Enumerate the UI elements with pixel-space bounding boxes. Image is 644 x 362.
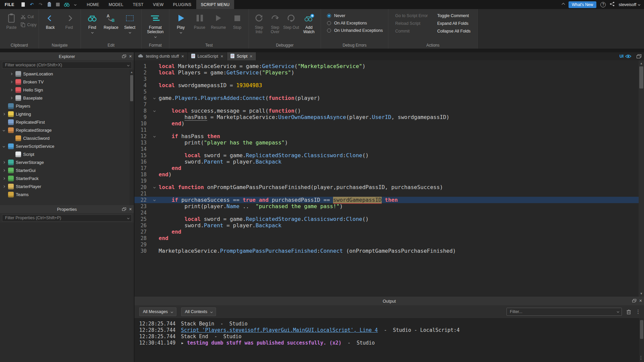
close-panel-icon[interactable]: × — [129, 54, 132, 59]
code-line-1[interactable]: 1local MarketplaceService = game:GetServ… — [135, 63, 644, 69]
select-dropdown-icon[interactable] — [128, 31, 131, 34]
clear-output-icon[interactable] — [627, 309, 631, 314]
explorer-item-replicatedfirst[interactable]: ReplicatedFirst — [0, 118, 134, 126]
code-line-8[interactable]: 8 local success,message = pcall(function… — [135, 108, 644, 114]
properties-filter-input[interactable] — [2, 215, 132, 222]
explorer-item-startergui[interactable]: StarterGui — [0, 166, 134, 174]
explorer-filter-input[interactable] — [2, 62, 132, 69]
code-line-24[interactable]: 24 — [135, 209, 644, 216]
output-log-line[interactable]: 12:30:41.149▸ testing dumb stuff was pub… — [139, 340, 644, 346]
user-menu[interactable]: steveisoff — [619, 2, 640, 7]
split-window-icon[interactable] — [637, 54, 641, 58]
code-line-9[interactable]: 9 hasPass = MarketplaceService:UserOwnGa… — [135, 114, 644, 120]
share-icon[interactable] — [610, 2, 614, 7]
output-corner-menu-icon[interactable]: ⋮ — [639, 355, 643, 360]
fold-arrow-icon[interactable] — [150, 110, 159, 112]
float-panel-icon[interactable] — [632, 299, 636, 302]
code-line-5[interactable]: 5 — [135, 88, 644, 95]
whats-new-button[interactable]: What's New — [569, 1, 597, 8]
expand-arrow-icon[interactable] — [9, 89, 13, 91]
ui-visibility-toggle[interactable]: UI — [620, 54, 631, 59]
explorer-scrollbar[interactable]: ▲ — [129, 70, 134, 205]
menu-tab-test[interactable]: TEST — [128, 0, 148, 9]
copy-button[interactable]: Copy — [21, 22, 37, 27]
find-quick-icon[interactable] — [63, 0, 71, 9]
action-toggle-comment[interactable]: Toggle Comment — [437, 13, 471, 18]
radio-icon[interactable] — [327, 14, 331, 18]
step-into-button[interactable]: Step Into — [251, 9, 267, 34]
code-line-18[interactable]: 18end) — [135, 171, 644, 178]
explorer-item-starterpack[interactable]: StarterPack — [0, 174, 134, 182]
code-line-11[interactable]: 11 — [135, 127, 644, 133]
action-go-to-script-error[interactable]: Go to Script Error — [395, 13, 428, 18]
explorer-item-serverstorage[interactable]: ServerStorage — [0, 158, 134, 166]
play-dropdown-icon[interactable] — [179, 31, 182, 34]
explorer-item-serverscriptservice[interactable]: ServerScriptService — [0, 142, 134, 150]
output-scrollbar[interactable]: ⋮ — [639, 318, 644, 362]
find-button[interactable]: Find — [83, 9, 102, 33]
messages-filter-dropdown[interactable]: All Messages — [139, 307, 176, 316]
scroll-up-icon[interactable]: ▲ — [639, 60, 644, 65]
menu-tab-model[interactable]: MODEL — [104, 0, 128, 9]
close-tab-icon[interactable]: × — [250, 54, 253, 59]
expand-arrow-icon[interactable] — [1, 170, 6, 171]
paste-quick-icon[interactable] — [45, 0, 53, 9]
editor-tab-script[interactable]: Script× — [227, 52, 256, 60]
code-line-3[interactable]: 3 — [135, 76, 644, 82]
code-line-16[interactable]: 16 sword.Parent = player.Backpack — [135, 159, 644, 165]
code-line-21[interactable]: 21 — [135, 190, 644, 197]
float-panel-icon[interactable] — [122, 207, 126, 211]
output-log-line[interactable]: 12:28:25.744Script 'Players.steveisoff.P… — [139, 327, 644, 334]
code-line-25[interactable]: 25 local sword = game.ReplicatedStorage.… — [135, 216, 644, 222]
close-panel-icon[interactable]: × — [129, 207, 132, 212]
log-script-link[interactable]: Script 'Players.steveisoff.PlayerGui.Mai… — [181, 327, 378, 333]
code-line-17[interactable]: 17 end — [135, 165, 644, 171]
pause-button[interactable]: Pause — [190, 9, 209, 30]
collapse-ribbon-icon[interactable] — [561, 3, 565, 6]
scroll-up-icon[interactable]: ▲ — [129, 70, 134, 74]
undo-icon[interactable]: ↶ — [28, 0, 36, 9]
output-log-line[interactable]: 12:28:25.744Stack Begin - Studio — [139, 321, 644, 327]
add-watch-button[interactable]: Add Watch — [299, 9, 319, 34]
explorer-item-replicatedstorage[interactable]: ReplicatedStorage — [0, 126, 134, 134]
expand-arrow-icon[interactable] — [9, 97, 13, 99]
action-commit[interactable]: Commit — [395, 29, 428, 34]
code-line-12[interactable]: 12 if hasPass then — [135, 133, 644, 139]
output-log-line[interactable]: 12:28:25.744Stack End - Studio — [139, 334, 644, 340]
back-button[interactable]: Back — [41, 9, 60, 30]
output-scroll-thumb[interactable] — [640, 320, 643, 339]
menu-tab-plugins[interactable]: PLUGINS — [168, 0, 196, 9]
close-tab-icon[interactable]: × — [181, 54, 184, 59]
debug-errors-option-never[interactable]: Never — [327, 13, 383, 18]
expand-arrow-icon[interactable] — [9, 81, 13, 83]
expand-arrow-icon[interactable] — [1, 113, 6, 115]
code-line-20[interactable]: 20local function onPromptGamePassPurchas… — [135, 184, 644, 190]
step-over-button[interactable]: Step Over — [267, 9, 283, 34]
explorer-item-lighting[interactable]: Lighting — [0, 110, 134, 118]
fold-arrow-icon[interactable] — [150, 97, 159, 99]
expand-arrow-icon[interactable] — [1, 129, 6, 131]
forward-button[interactable]: Fwd — [60, 9, 78, 30]
close-tab-icon[interactable]: × — [220, 54, 223, 59]
group-icon[interactable] — [54, 0, 62, 9]
code-line-22[interactable]: 22 if purchaseSuccess == true and purcha… — [135, 197, 644, 203]
code-editor[interactable]: 1local MarketplaceService = game:GetServ… — [135, 60, 644, 297]
editor-scroll-thumb[interactable] — [639, 66, 643, 88]
explorer-item-starterplayer[interactable]: StarterPlayer — [0, 182, 134, 190]
code-line-30[interactable]: 30MarketplaceService.PromptgamePassPurch… — [135, 248, 644, 254]
format-selection-dropdown-icon[interactable] — [154, 36, 156, 38]
code-line-15[interactable]: 15 local sword = game.ReplicatedStorage.… — [135, 152, 644, 159]
explorer-item-teams[interactable]: Teams — [0, 190, 134, 198]
explorer-scroll-thumb[interactable] — [130, 75, 133, 101]
output-filter-input[interactable] — [506, 308, 622, 316]
fold-arrow-icon[interactable] — [150, 186, 159, 188]
code-line-29[interactable]: 29 — [135, 241, 644, 248]
code-line-2[interactable]: 2local Players = game:GetService("Player… — [135, 69, 644, 76]
code-line-4[interactable]: 4local swordgamepassID = 19304983 — [135, 82, 644, 88]
radio-icon[interactable] — [327, 28, 331, 33]
expand-arrow-icon[interactable] — [1, 186, 6, 187]
code-line-28[interactable]: 28end — [135, 235, 644, 241]
code-line-7[interactable]: 7 — [135, 101, 644, 108]
play-button[interactable]: Play — [171, 9, 190, 33]
stop-button[interactable]: Stop — [228, 9, 247, 30]
